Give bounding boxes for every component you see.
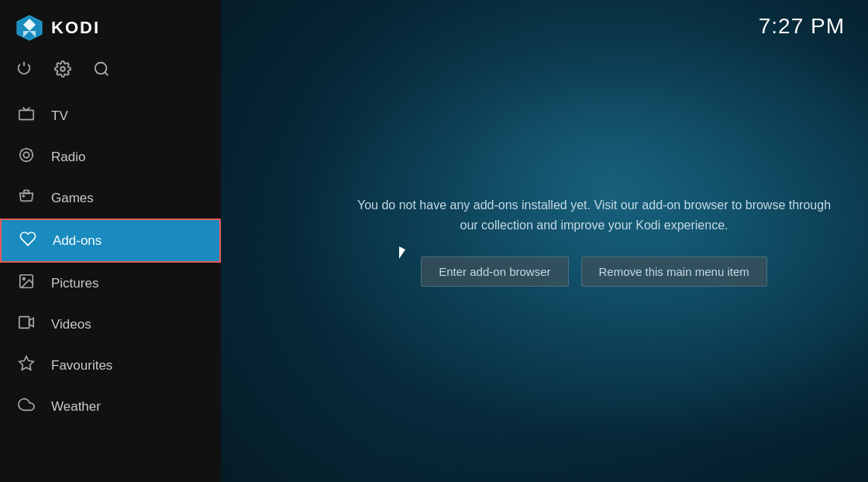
sidebar: KODI bbox=[0, 0, 221, 482]
sidebar-item-weather[interactable]: Weather bbox=[0, 386, 221, 427]
svg-point-4 bbox=[60, 67, 65, 71]
enter-addon-browser-button[interactable]: Enter add-on browser bbox=[421, 256, 568, 287]
sidebar-item-tv[interactable]: TV bbox=[0, 95, 221, 136]
app-title: KODI bbox=[51, 18, 100, 38]
sidebar-item-favourites[interactable]: Favourites bbox=[0, 345, 221, 386]
svg-point-9 bbox=[20, 149, 33, 162]
games-icon bbox=[16, 188, 37, 208]
weather-icon bbox=[16, 396, 37, 417]
settings-button[interactable] bbox=[54, 60, 71, 81]
sidebar-nav: TV Radio Games bbox=[0, 95, 221, 482]
favourites-icon bbox=[16, 355, 37, 376]
content-buttons: Enter add-on browser Remove this main me… bbox=[346, 256, 842, 287]
kodi-logo-icon bbox=[16, 14, 43, 42]
svg-point-8 bbox=[23, 152, 29, 157]
svg-line-6 bbox=[105, 72, 108, 75]
settings-icon bbox=[54, 60, 71, 77]
sidebar-item-pictures[interactable]: Pictures bbox=[0, 263, 221, 304]
tv-icon bbox=[16, 105, 37, 126]
sidebar-top-icons bbox=[0, 53, 221, 95]
power-icon bbox=[16, 60, 33, 77]
sidebar-item-pictures-label: Pictures bbox=[51, 276, 98, 291]
radio-icon bbox=[16, 146, 37, 167]
sidebar-header: KODI bbox=[0, 0, 221, 53]
main-content: 7:27 PM You do not have any add-ons inst… bbox=[221, 0, 868, 482]
search-icon bbox=[93, 60, 110, 77]
sidebar-item-games-label: Games bbox=[51, 191, 94, 206]
power-button[interactable] bbox=[16, 60, 33, 81]
sidebar-item-weather-label: Weather bbox=[51, 399, 101, 415]
clock: 7:27 PM bbox=[759, 14, 845, 39]
message-line1: You do not have any add-ons installed ye… bbox=[357, 198, 831, 212]
svg-marker-13 bbox=[19, 356, 33, 370]
sidebar-item-tv-label: TV bbox=[51, 108, 68, 124]
svg-rect-12 bbox=[19, 317, 29, 329]
svg-point-11 bbox=[22, 277, 25, 280]
search-button[interactable] bbox=[93, 60, 110, 81]
sidebar-item-addons[interactable]: Add-ons bbox=[0, 219, 221, 263]
content-center: You do not have any add-ons installed ye… bbox=[346, 195, 842, 287]
pictures-icon bbox=[16, 273, 37, 294]
sidebar-item-favourites-label: Favourites bbox=[51, 358, 112, 374]
sidebar-item-radio[interactable]: Radio bbox=[0, 136, 221, 177]
sidebar-item-videos[interactable]: Videos bbox=[0, 304, 221, 345]
addons-icon bbox=[17, 230, 39, 251]
sidebar-item-radio-label: Radio bbox=[51, 150, 85, 165]
videos-icon bbox=[16, 314, 37, 335]
content-message: You do not have any add-ons installed ye… bbox=[346, 195, 842, 235]
sidebar-item-games[interactable]: Games bbox=[0, 177, 221, 219]
svg-point-5 bbox=[95, 63, 107, 74]
sidebar-item-videos-label: Videos bbox=[51, 317, 91, 332]
message-line2: our collection and improve your Kodi exp… bbox=[460, 219, 728, 232]
svg-rect-7 bbox=[19, 110, 33, 119]
sidebar-item-addons-label: Add-ons bbox=[53, 233, 102, 249]
remove-main-menu-item-button[interactable]: Remove this main menu item bbox=[581, 256, 767, 287]
